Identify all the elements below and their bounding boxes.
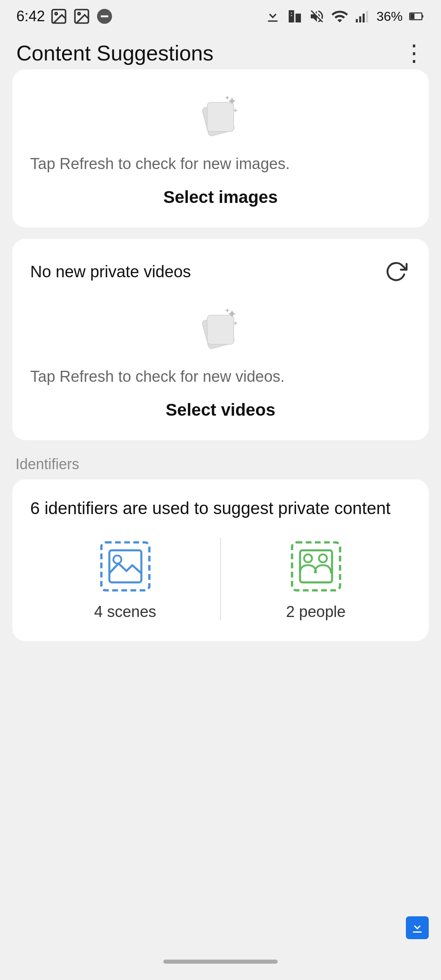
status-indicators: 36% [265,7,425,25]
download-icon [265,8,281,24]
videos-desc: Tap Refresh to check for new videos. [30,368,285,385]
svg-rect-10 [356,19,358,22]
identifiers-section: Identifiers 6 identifiers are used to su… [12,452,429,641]
people-count: 2 people [286,603,346,621]
sparkle-icon-images: ✦ ✦ ✦ [194,91,247,144]
image-icon-2 [73,7,91,25]
corner-icon-svg [410,920,425,935]
people-item: 2 people [221,538,411,621]
more-button[interactable]: ⋮ [403,42,425,65]
mute-icon [309,8,325,24]
svg-rect-28 [109,550,141,582]
image-icon-1 [50,7,68,25]
dnd-icon [96,7,114,25]
svg-rect-12 [363,13,365,22]
wifi-icon [331,7,349,25]
images-icon-area: ✦ ✦ ✦ [30,91,411,144]
svg-rect-15 [410,13,414,19]
scenes-icon-container [97,538,154,595]
identifiers-grid: 4 scenes [30,538,411,621]
svg-text:✦: ✦ [225,307,230,314]
status-bar: 6:42 [0,0,441,33]
videos-card-title: No new private videos [30,263,191,281]
identifiers-section-label: Identifiers [12,452,429,473]
home-indicator[interactable] [163,960,278,964]
svg-point-1 [55,13,58,15]
svg-point-32 [304,554,312,562]
svg-text:✦: ✦ [232,107,238,115]
scenes-icon [97,538,154,595]
scenes-item: 4 scenes [30,538,220,621]
images-card: ✦ ✦ ✦ Tap Refresh to check for new image… [12,69,429,227]
refresh-icon [385,260,408,283]
people-icon [287,538,345,595]
videos-icon-area: ✦ ✦ ✦ [30,303,411,356]
time-text: 6:42 [16,8,45,25]
videos-card: No new private videos ✦ ✦ ✦ Tap Refresh … [12,239,429,440]
main-content: ✦ ✦ ✦ Tap Refresh to check for new image… [0,74,441,641]
people-icon-container [287,538,345,595]
videos-card-header: No new private videos [30,257,411,286]
images-desc: Tap Refresh to check for new images. [30,155,290,173]
signal-icon [354,8,371,24]
svg-rect-16 [422,15,423,18]
battery-icon [408,8,425,24]
identifiers-title: 6 identifiers are used to suggest privat… [30,497,411,520]
identifiers-card: 6 identifiers are used to suggest privat… [12,479,429,641]
bottom-bar [0,943,441,980]
videos-refresh-button[interactable] [381,257,411,286]
scenes-count: 4 scenes [94,603,156,621]
battery-text: 36% [376,9,403,24]
corner-action-icon[interactable] [406,916,429,939]
svg-text:✦: ✦ [225,94,230,101]
app-bar: Content Suggestions ⋮ [0,33,441,74]
svg-point-29 [113,555,121,564]
svg-point-3 [78,13,80,15]
svg-text:✦: ✦ [232,319,238,327]
page-title: Content Suggestions [16,41,214,65]
svg-rect-6 [289,10,294,22]
select-images-button[interactable]: Select images [30,187,411,207]
svg-point-33 [319,554,327,562]
svg-rect-13 [366,11,368,22]
status-time: 6:42 [16,7,114,25]
select-videos-button[interactable]: Select videos [30,400,411,420]
svg-rect-7 [296,13,301,22]
building-icon [287,8,303,24]
svg-rect-11 [359,16,361,22]
sparkle-icon-videos: ✦ ✦ ✦ [194,303,247,356]
